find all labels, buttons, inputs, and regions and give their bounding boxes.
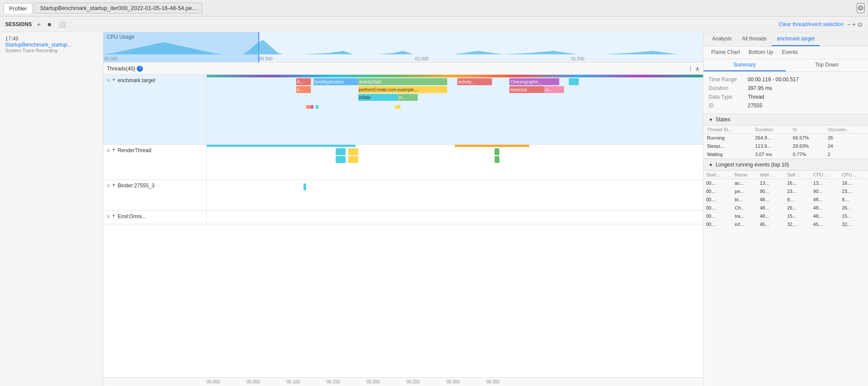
events-section-header[interactable]: ▼ Longest running events (top 10) (703, 159, 868, 171)
thread-menu-icon[interactable]: ≡ (107, 77, 110, 83)
states-label: States (716, 116, 730, 123)
add-session-button[interactable]: + (35, 20, 42, 29)
split-button[interactable]: ⬜ (56, 20, 67, 29)
threads-menu-button[interactable]: ⋮ (687, 65, 693, 72)
tab-enchmark[interactable]: enchmark.target (772, 32, 820, 46)
states-table: Thread St... Duration % Occuren... Runni… (703, 126, 868, 159)
state-running: Running (703, 134, 752, 142)
zoom-out-button[interactable]: − (847, 21, 851, 28)
col-duration: Duration (752, 126, 789, 134)
thread-row-enchmark[interactable]: ≡ ▼ enchmark.target A... bindApplication… (103, 75, 703, 145)
help-icon[interactable]: ? (137, 66, 143, 72)
threads-scroll[interactable]: ≡ ▼ enchmark.target A... bindApplication… (103, 75, 703, 377)
evt-name: bi... (732, 196, 757, 204)
session-type: System Trace Recording (5, 48, 98, 53)
detail-tab-topdown[interactable]: Top Down (786, 59, 868, 71)
threads-collapse-button[interactable]: ∧ (695, 65, 700, 72)
flame-block-render3[interactable] (495, 148, 499, 155)
flame-block-render6[interactable] (495, 156, 499, 163)
occ-running: 26 (824, 134, 868, 142)
flame-block-perform[interactable]: performCreate:com.example.... (358, 86, 448, 93)
zoom-reset-button[interactable]: ⊙ (858, 21, 863, 28)
evt-name: tra... (732, 212, 757, 220)
sub-tab-flame[interactable]: Flame Chart (707, 47, 744, 59)
right-panel: Analysis All threads enchmark.target Fla… (703, 32, 868, 386)
thread-expand-icon-2[interactable]: ▼ (112, 147, 116, 152)
thread-menu-icon-3[interactable]: ≡ (107, 183, 110, 189)
events-expand-icon: ▼ (709, 163, 713, 167)
thread-label-binder: ≡ ▼ Binder:27555_3 (103, 180, 207, 210)
evt-col-self: Self ... (785, 171, 811, 179)
flame-block-activity[interactable]: activityStart (358, 78, 448, 85)
thread-menu-icon-4[interactable]: ≡ (107, 213, 110, 220)
thread-menu-icon-2[interactable]: ≡ (107, 147, 110, 153)
thread-track-extra (207, 211, 703, 224)
states-expand-icon: ▼ (709, 117, 713, 122)
evt-start: 00... (703, 220, 732, 229)
flame-block-inflate[interactable]: inflate (358, 94, 398, 101)
state-row-sleeping: Sleepi... 113.9... 28.63% 24 (703, 142, 868, 150)
time-marker-2: 01.000 (415, 57, 429, 61)
flame-block-traversal[interactable]: traversal (509, 86, 544, 93)
flame-block-b[interactable]: b... (296, 86, 311, 93)
info-label-datatype: Data Type (709, 94, 748, 100)
states-section-header[interactable]: ▼ States (703, 113, 868, 126)
sessions-label: SESSIONS (5, 21, 32, 27)
thread-expand-icon-4[interactable]: ▼ (112, 213, 116, 218)
flame-block-render4[interactable] (336, 156, 346, 163)
tab-analysis[interactable]: Analysis (707, 32, 737, 46)
percent-waiting: 0.77% (789, 150, 824, 159)
evt-start: 00... (703, 196, 732, 204)
detail-tab-summary[interactable]: Summary (703, 59, 786, 71)
evt-cpu1: 48... (811, 212, 839, 220)
toolbar: SESSIONS + ■ ⬜ Clear thread/event select… (0, 17, 868, 32)
event-row: 00... inf... 45... 32... 45... 32... (703, 220, 868, 229)
thread-expand-icon-3[interactable]: ▼ (112, 183, 116, 187)
thread-row-render[interactable]: ≡ ▼ RenderThread (103, 145, 703, 180)
sub-tab-events[interactable]: Events (778, 47, 802, 59)
evt-cpu1: 13... (811, 179, 839, 187)
flame-block-render2[interactable] (348, 148, 358, 155)
flame-block-choreographer[interactable]: Choreographe... (509, 78, 559, 85)
zoom-in-button[interactable]: + (852, 21, 856, 28)
thread-expand-icon[interactable]: ▼ (112, 77, 116, 82)
thread-row-extra[interactable]: ≡ ▼ Emil:Omni... (103, 211, 703, 224)
flame-block-render5[interactable] (348, 156, 358, 163)
stop-button[interactable]: ■ (46, 20, 53, 29)
evt-wall: 48... (757, 196, 785, 204)
event-row: 00... tra... 48... 15... 48... 15... (703, 212, 868, 220)
flame-block-bind[interactable]: bindApplication (314, 78, 358, 85)
session-item[interactable]: 17:49 StartupBenchmark_startup... System… (0, 32, 103, 57)
evt-cpu1: 48... (811, 196, 839, 204)
flame-block-a[interactable]: A... (296, 78, 311, 85)
percent-sleeping: 28.63% (789, 142, 824, 150)
info-value-id: 27555 (748, 103, 762, 109)
col-thread-state: Thread St... (703, 126, 752, 134)
session-time: 17:49 (5, 36, 98, 42)
sub-tab-bottom-up[interactable]: Bottom Up (744, 47, 778, 59)
sidebar: 17:49 StartupBenchmark_startup... System… (0, 32, 103, 386)
occ-sleeping: 24 (824, 142, 868, 150)
file-tab[interactable]: StartupBenchmark_startup_iter000_2022-01… (34, 3, 202, 13)
flame-block-in[interactable]: in... (398, 94, 418, 101)
time-ruler-top: 00.000 00.500 01.000 01.500 (103, 55, 703, 62)
settings-button[interactable]: ⚙ (857, 3, 865, 13)
thread-row-binder[interactable]: ≡ ▼ Binder:27555_3 (103, 180, 703, 211)
flame-block-activity2[interactable]: activity... (457, 78, 492, 85)
thread-label-render: ≡ ▼ RenderThread (103, 145, 207, 180)
cpu-usage-bar: CPU Usage 00.000 00.500 01.000 01.500 (103, 32, 703, 63)
flame-block-m[interactable]: m... (544, 86, 564, 93)
clear-selection-button[interactable]: Clear thread/event selection (779, 21, 843, 27)
bottom-time-3: 00.150 (327, 379, 340, 384)
tab-all-threads[interactable]: All threads (737, 32, 772, 46)
evt-self: 15... (785, 212, 811, 220)
info-row-duration: Duration 397.95 ms (709, 84, 863, 93)
evt-col-wall: Wall ... (757, 171, 785, 179)
flame-block-binder1[interactable] (304, 183, 306, 190)
timeline-bottom: 00.000 00.050 00.100 00.150 00.200 00.25… (103, 377, 703, 386)
evt-wall: 90... (757, 187, 785, 196)
info-label-timerange: Time Range (709, 77, 748, 83)
flame-block-extra1[interactable] (569, 78, 579, 85)
profiler-tab[interactable]: Profiler (3, 3, 33, 13)
flame-block-render1[interactable] (336, 148, 346, 155)
